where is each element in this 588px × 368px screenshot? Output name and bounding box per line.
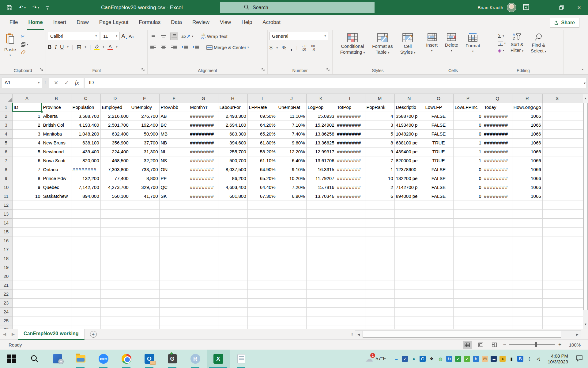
cell[interactable] [130, 245, 159, 254]
column-header-partial[interactable] [572, 94, 584, 103]
row-header-11[interactable]: 11 [0, 192, 12, 201]
cell[interactable]: 69.50% [247, 112, 277, 121]
cell[interactable] [277, 316, 306, 325]
cell[interactable] [218, 325, 247, 329]
start-button[interactable] [0, 350, 23, 368]
cell[interactable] [247, 236, 277, 245]
increase-indent-icon[interactable] [192, 44, 200, 51]
row-header-16[interactable]: 16 [0, 236, 12, 245]
row-header-14[interactable]: 14 [0, 218, 12, 227]
cell[interactable] [394, 218, 424, 227]
cell[interactable] [100, 272, 130, 281]
onedrive-icon[interactable]: ☁ [393, 356, 399, 362]
row-header-3[interactable]: 3 [0, 121, 12, 129]
clear-icon[interactable]: ◈▾ [498, 48, 506, 53]
cell[interactable]: ######## [189, 183, 218, 192]
align-top-icon[interactable] [149, 33, 157, 40]
cell[interactable] [483, 218, 512, 227]
horizontal-scroll-thumb[interactable] [363, 331, 561, 338]
cell[interactable] [453, 245, 483, 254]
decrease-decimal-icon[interactable]: .00→0 [310, 44, 315, 51]
cell[interactable] [130, 316, 159, 325]
cell[interactable] [247, 245, 277, 254]
cell[interactable] [12, 281, 42, 289]
cell[interactable] [394, 263, 424, 272]
cell[interactable]: ######## [336, 192, 365, 201]
cell[interactable] [365, 281, 394, 289]
cell[interactable]: 58.20% [247, 147, 277, 156]
defender-icon[interactable]: ✓ [455, 356, 461, 362]
cell[interactable] [394, 201, 424, 209]
cell[interactable] [71, 281, 100, 289]
cell[interactable] [218, 201, 247, 209]
cell[interactable] [336, 281, 365, 289]
cell[interactable] [100, 209, 130, 218]
cell[interactable] [394, 316, 424, 325]
cell[interactable] [100, 289, 130, 298]
cell[interactable] [247, 227, 277, 236]
cell[interactable]: 7 [12, 165, 42, 174]
page-break-view-icon[interactable] [490, 341, 499, 349]
cell[interactable]: Nova Scoti [42, 156, 71, 165]
scroll-left-icon[interactable]: ◀ [355, 333, 362, 336]
cell[interactable]: ######## [483, 174, 512, 183]
cell[interactable] [394, 307, 424, 316]
cell[interactable]: 7.40% [277, 129, 306, 138]
cell[interactable] [572, 201, 584, 209]
cell[interactable] [336, 272, 365, 281]
cell[interactable] [394, 325, 424, 329]
cell[interactable]: 8 [12, 174, 42, 183]
zoom-app[interactable]: zoom [92, 350, 115, 368]
cell[interactable] [159, 325, 189, 329]
cell[interactable]: NB [159, 138, 189, 147]
cell[interactable]: 500,700 [218, 156, 247, 165]
cell[interactable] [277, 218, 306, 227]
cell[interactable] [247, 307, 277, 316]
scroll-down-icon[interactable]: ▼ [583, 320, 588, 329]
cell[interactable]: ######## [336, 112, 365, 121]
font-name-select[interactable]: Calibri▾ [48, 32, 99, 40]
cell[interactable] [189, 263, 218, 272]
tab-data[interactable]: Data [166, 15, 187, 30]
cell[interactable] [42, 289, 71, 298]
cell[interactable] [71, 201, 100, 209]
column-header-N[interactable]: N [394, 94, 424, 103]
cell[interactable]: 2,694,100 [218, 121, 247, 129]
cell[interactable] [100, 201, 130, 209]
cell[interactable]: ######## [483, 183, 512, 192]
volume-icon[interactable]: ◁ [535, 356, 541, 362]
cell[interactable]: FALSE [424, 112, 453, 121]
cell[interactable] [512, 281, 542, 289]
cell[interactable]: 86,200 [218, 174, 247, 183]
cell[interactable] [159, 281, 189, 289]
cell[interactable] [483, 281, 512, 289]
column-header-K[interactable]: K [306, 94, 336, 103]
cell[interactable] [277, 263, 306, 272]
page-layout-view-icon[interactable] [476, 341, 485, 349]
cell[interactable]: 601,800 [218, 192, 247, 201]
cell[interactable] [218, 236, 247, 245]
cell[interactable] [42, 218, 71, 227]
cell[interactable]: ######## [336, 183, 365, 192]
cell[interactable]: NL [159, 147, 189, 156]
cell[interactable] [542, 227, 572, 236]
cell[interactable] [218, 263, 247, 272]
cell[interactable] [542, 103, 572, 112]
cell[interactable] [542, 183, 572, 192]
cell[interactable] [218, 298, 247, 307]
cell[interactable] [277, 236, 306, 245]
cell[interactable] [542, 325, 572, 329]
cell[interactable] [512, 307, 542, 316]
zoom-level[interactable]: 100% [569, 342, 581, 347]
taskbar-clock[interactable]: 4:08 PM 10/3/2023 [548, 353, 568, 365]
cell[interactable]: 12378900 [394, 165, 424, 174]
cell[interactable] [71, 307, 100, 316]
cell[interactable] [218, 227, 247, 236]
cell[interactable]: ProvAbb [159, 103, 189, 112]
cell[interactable] [512, 236, 542, 245]
sort-filter-button[interactable]: AZ Sort &Filter ▾ [508, 32, 526, 55]
cell[interactable] [71, 209, 100, 218]
cell[interactable]: ######## [189, 192, 218, 201]
cell[interactable] [572, 236, 584, 245]
cell[interactable] [483, 289, 512, 298]
